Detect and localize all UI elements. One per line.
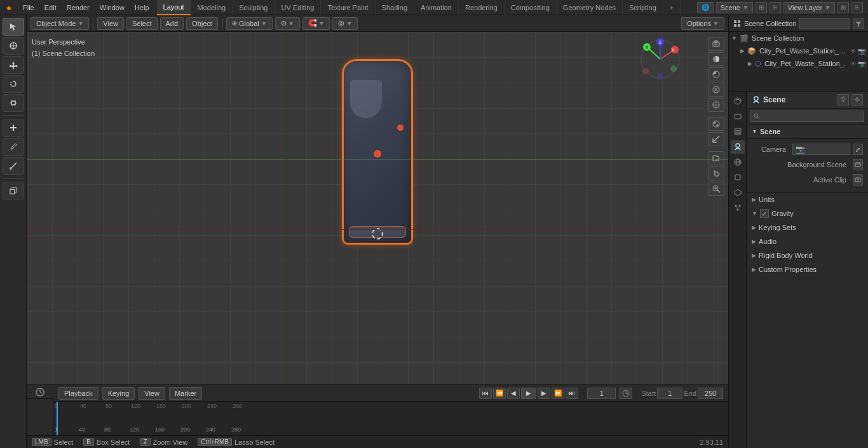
tab-layout[interactable]: Layout — [157, 0, 191, 15]
tab-shading[interactable]: Shading — [376, 0, 414, 15]
props-settings-btn[interactable] — [851, 94, 863, 105]
outliner-filter-btn[interactable] — [853, 18, 864, 29]
play-btn[interactable]: ▶ — [521, 388, 536, 399]
tool-annotate[interactable] — [3, 138, 24, 156]
gravity-section[interactable]: ▼ ✓ Gravity — [747, 207, 868, 221]
audio-section[interactable]: ▶ Audio — [747, 234, 868, 248]
scene-copy-btn[interactable]: ⎘ — [770, 2, 781, 13]
tab-rendering[interactable]: Rendering — [459, 0, 505, 15]
playback-menu-btn[interactable]: Playback — [58, 387, 98, 400]
tool-move[interactable] — [3, 56, 24, 74]
vp-shading-rendered[interactable] — [708, 83, 724, 97]
background-scene-icon-btn[interactable] — [853, 159, 863, 170]
jump-end-btn[interactable]: ⏭ — [566, 388, 578, 399]
menu-file[interactable]: File — [18, 0, 39, 15]
tool-transform[interactable] — [3, 119, 24, 137]
tab-sculpting[interactable]: Sculpting — [233, 0, 275, 15]
view-layer-selector[interactable]: View Layer ▼ — [783, 2, 835, 13]
tab-texture-paint[interactable]: Texture Paint — [321, 0, 375, 15]
frame-timing-btn[interactable] — [620, 388, 632, 399]
menu-edit[interactable]: Edit — [39, 0, 62, 15]
outliner-search-input[interactable] — [799, 18, 850, 29]
object-props-icon[interactable] — [731, 170, 745, 184]
pivot-selector[interactable]: ⊙ ▼ — [275, 17, 300, 30]
vp-zoom-tool[interactable] — [708, 182, 724, 196]
menu-window[interactable]: Window — [95, 0, 130, 15]
add-menu-btn[interactable]: Add — [160, 17, 184, 30]
outliner-item-1[interactable]: ▶ ⬡ City_Pet_Waste_Station_. 👁 📷 — [729, 57, 868, 70]
tool-rotate[interactable] — [3, 75, 24, 93]
vp-shading-material[interactable] — [708, 67, 724, 81]
oi-render-btn-0[interactable]: 📷 — [858, 48, 865, 55]
gravity-checkbox[interactable]: ✓ — [760, 209, 769, 218]
outliner-body[interactable]: ▼ 🎬 Scene Collection ▶ 📦 City_Pet_Waste_… — [729, 32, 868, 91]
tab-add-workspace[interactable]: + — [663, 0, 681, 15]
particle-props-icon[interactable] — [731, 201, 745, 215]
timeline-ruler[interactable]: 0 40 80 120 160 200 240 280 1 40 80 — [53, 402, 728, 435]
view-layer-props-icon[interactable] — [731, 125, 745, 139]
tab-geometry-nodes[interactable]: Geometry Nodes — [557, 0, 623, 15]
navigation-gizmo[interactable]: X Y Z — [638, 37, 682, 81]
view-layer-copy-btn[interactable]: ⎘ — [851, 2, 863, 13]
transform-orientation-selector[interactable]: ⊕ Global ▼ — [226, 17, 273, 30]
tab-animation[interactable]: Animation — [414, 0, 459, 15]
menu-render[interactable]: Render — [62, 0, 95, 15]
vp-shading-wireframe[interactable] — [708, 98, 724, 112]
oi-render-btn-1[interactable]: 📷 — [858, 60, 865, 67]
start-frame-display[interactable]: 1 — [657, 388, 682, 399]
blender-logo-icon[interactable]: ● — [0, 0, 18, 15]
object-menu-btn[interactable]: Object — [186, 17, 218, 30]
output-props-icon[interactable] — [731, 109, 745, 123]
render-props-icon[interactable] — [731, 94, 745, 108]
tab-scripting[interactable]: Scripting — [623, 0, 663, 15]
props-search-input[interactable] — [762, 113, 861, 120]
view-layer-new-btn[interactable]: ⊞ — [837, 2, 849, 13]
vp-shading-solid[interactable] — [708, 52, 724, 66]
marker-menu-btn[interactable]: Marker — [169, 387, 202, 400]
outliner-item-0[interactable]: ▶ 📦 City_Pet_Waste_Station_Glas 👁 📷 — [729, 44, 868, 57]
step-fwd-btn[interactable]: ▶ — [538, 388, 550, 399]
custom-properties-section[interactable]: ▶ Custom Properties — [747, 262, 868, 276]
object-mode-selector[interactable]: Object Mode ▼ — [31, 17, 89, 30]
tab-modeling[interactable]: Modeling — [191, 0, 233, 15]
view-menu-btn[interactable]: View — [97, 17, 124, 30]
vp-hand-tool[interactable] — [708, 166, 724, 180]
tab-compositing[interactable]: Compositing — [505, 0, 557, 15]
props-pin-btn[interactable] — [837, 94, 849, 105]
vp-camera-btn[interactable] — [708, 37, 724, 51]
tool-measure[interactable] — [3, 157, 24, 175]
select-menu-btn[interactable]: Select — [126, 17, 158, 30]
modifier-props-icon[interactable] — [731, 186, 745, 200]
vp-gizmo-toggle[interactable] — [708, 132, 724, 146]
view-menu-btn-tl[interactable]: View — [139, 387, 165, 400]
keying-sets-section[interactable]: ▶ Keying Sets — [747, 221, 868, 234]
world-props-icon[interactable] — [731, 155, 745, 169]
scene-new-btn[interactable]: ⊞ — [756, 2, 767, 13]
tool-scale[interactable] — [3, 94, 24, 112]
jump-start-btn[interactable]: ⏮ — [479, 388, 492, 399]
next-keyframe-btn[interactable]: ⏩ — [552, 388, 564, 399]
units-section[interactable]: ▶ Units — [747, 193, 868, 207]
tool-select[interactable] — [3, 18, 24, 36]
scene-props-icon[interactable] — [731, 140, 745, 154]
keying-menu-btn[interactable]: Keying — [102, 387, 135, 400]
scene-selector[interactable]: Scene ▼ — [716, 2, 753, 13]
camera-eyedrop-btn[interactable] — [853, 144, 863, 155]
tool-add-cube[interactable] — [3, 182, 24, 200]
options-btn[interactable]: Options ▼ — [681, 17, 724, 30]
oi-visibility-btn-1[interactable]: 👁 — [850, 60, 857, 67]
tool-cursor[interactable] — [3, 37, 24, 55]
menu-help[interactable]: Help — [130, 0, 154, 15]
camera-value[interactable]: 📷 — [792, 144, 850, 155]
tab-uv-editing[interactable]: UV Editing — [275, 0, 321, 15]
step-back-btn[interactable]: ◀ — [507, 388, 520, 399]
oi-visibility-btn-0[interactable]: 👁 — [850, 48, 857, 55]
current-frame-display[interactable]: 1 — [587, 388, 616, 399]
snap-toggle[interactable]: 🧲 ▼ — [302, 17, 330, 30]
scene-section-header[interactable]: ▼ Scene — [747, 125, 868, 139]
prev-keyframe-btn[interactable]: ⏪ — [493, 388, 506, 399]
proportional-edit-btn[interactable]: ◎ ▼ — [332, 17, 358, 30]
outliner-item-scene-collection[interactable]: ▼ 🎬 Scene Collection — [729, 32, 868, 44]
viewport-canvas[interactable]: User Perspective (1) Scene Collection X … — [27, 32, 728, 384]
engine-selector[interactable]: 🌐 — [697, 2, 714, 13]
